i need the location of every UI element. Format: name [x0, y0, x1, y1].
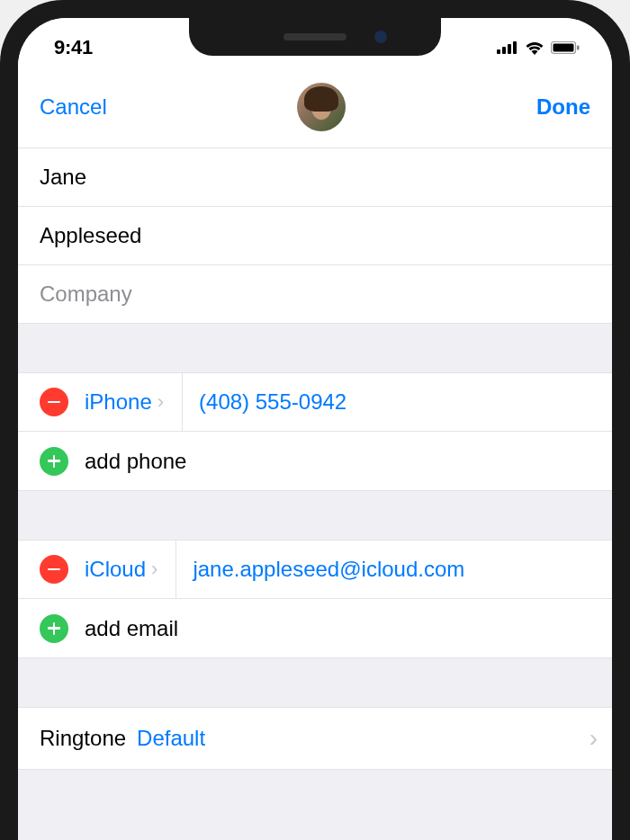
- divider: [176, 541, 176, 598]
- cancel-button[interactable]: Cancel: [40, 94, 107, 120]
- done-button[interactable]: Done: [536, 94, 590, 120]
- name-form-group: [18, 147, 612, 324]
- chevron-right-icon: ›: [158, 390, 164, 414]
- spacer: [18, 658, 612, 707]
- minus-icon: [48, 401, 60, 404]
- svg-rect-2: [508, 44, 511, 54]
- first-name-field[interactable]: [40, 165, 590, 190]
- status-icons: [497, 40, 580, 55]
- spacer: [18, 324, 612, 372]
- last-name-field[interactable]: [40, 223, 590, 248]
- add-phone-label: add phone: [85, 433, 186, 490]
- chevron-right-icon: ›: [590, 724, 598, 753]
- phone-value[interactable]: (408) 555-0942: [199, 373, 612, 431]
- last-name-row[interactable]: [18, 207, 612, 265]
- add-phone-button[interactable]: [40, 447, 68, 476]
- svg-rect-1: [502, 47, 506, 54]
- nav-bar: Cancel Done: [18, 70, 612, 147]
- battery-icon: [551, 41, 580, 54]
- volume-up-button: [0, 252, 2, 324]
- spacer: [18, 770, 612, 786]
- wifi-icon: [525, 40, 544, 55]
- notch: [189, 18, 441, 56]
- phone-frame: 9:41 Cancel Done: [0, 0, 630, 840]
- phone-type-selector[interactable]: iPhone ›: [85, 389, 171, 415]
- ringtone-value: Default: [137, 726, 590, 751]
- email-type-label: iCloud: [85, 557, 146, 582]
- email-entry-row: iCloud › jane.appleseed@icloud.com: [18, 540, 612, 599]
- minus-icon: [48, 568, 60, 571]
- chevron-right-icon: ›: [151, 558, 158, 581]
- email-value[interactable]: jane.appleseed@icloud.com: [193, 541, 612, 598]
- screen: 9:41 Cancel Done: [18, 18, 612, 840]
- phone-entry-row: iPhone › (408) 555-0942: [18, 372, 612, 432]
- svg-rect-5: [554, 44, 574, 52]
- remove-email-button[interactable]: [40, 555, 68, 584]
- plus-icon: [48, 622, 60, 635]
- divider: [182, 373, 183, 431]
- ringtone-row[interactable]: Ringtone Default ›: [18, 707, 612, 770]
- svg-rect-3: [513, 41, 517, 54]
- speaker: [284, 33, 346, 40]
- volume-down-button: [0, 342, 2, 414]
- spacer: [18, 491, 612, 540]
- add-email-button[interactable]: [40, 614, 68, 643]
- company-row[interactable]: [18, 265, 612, 324]
- svg-rect-6: [577, 46, 580, 50]
- phone-type-label: iPhone: [85, 389, 152, 415]
- add-email-label: add email: [85, 600, 178, 657]
- ringtone-label: Ringtone: [40, 726, 126, 751]
- svg-rect-0: [497, 49, 500, 54]
- first-name-row[interactable]: [18, 147, 612, 207]
- add-email-row[interactable]: add email: [18, 599, 612, 658]
- front-camera: [374, 31, 387, 43]
- status-time: 9:41: [54, 36, 93, 59]
- avatar[interactable]: [297, 83, 346, 131]
- company-field[interactable]: [40, 281, 590, 307]
- side-button: [0, 180, 2, 219]
- remove-phone-button[interactable]: [40, 388, 68, 416]
- email-type-selector[interactable]: iCloud ›: [85, 557, 165, 582]
- plus-icon: [48, 455, 60, 468]
- cellular-icon: [497, 41, 518, 54]
- add-phone-row[interactable]: add phone: [18, 432, 612, 491]
